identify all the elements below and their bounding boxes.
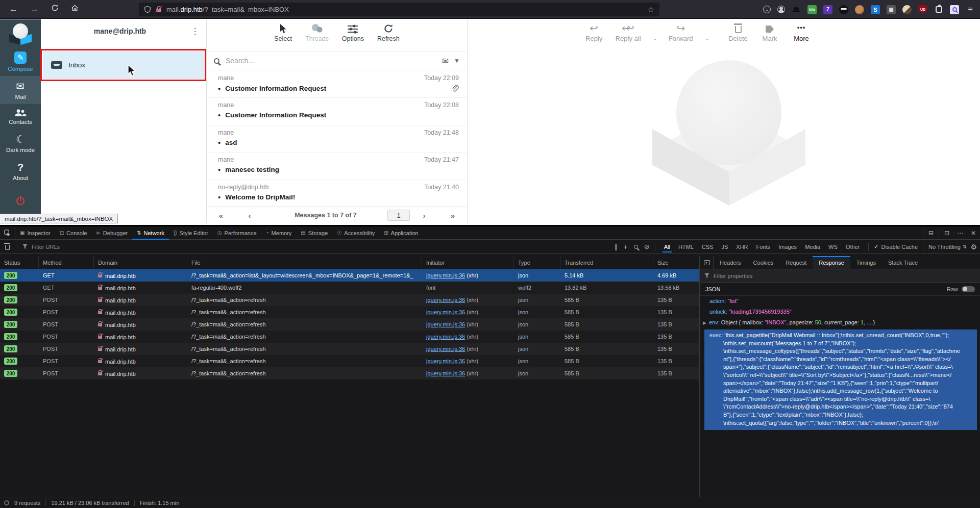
type-filter-pill[interactable]: Other xyxy=(842,242,864,251)
devtools-tab[interactable]: ▤ Storage xyxy=(296,226,332,239)
col-file[interactable]: File xyxy=(187,256,422,269)
resend-icon[interactable]: ▸ xyxy=(700,256,714,269)
request-row[interactable]: 200 GET mail.drip.htb /?_task=mail&_acti… xyxy=(0,269,699,282)
initiator-link[interactable]: jquery.min.js:36 xyxy=(426,346,465,352)
next-page-button[interactable]: › xyxy=(410,211,438,220)
split-console-icon[interactable]: ⊟ xyxy=(924,226,938,239)
detail-tab[interactable]: Cookies xyxy=(747,256,780,269)
type-filter-pill[interactable]: Media xyxy=(801,242,824,251)
pocket-icon[interactable]: ⌄ xyxy=(763,6,771,13)
expand-triangle-icon[interactable]: ▶ xyxy=(703,320,706,325)
options-button[interactable]: Options xyxy=(342,23,364,42)
raw-toggle[interactable] xyxy=(962,286,975,292)
pick-element-icon[interactable] xyxy=(0,226,15,239)
request-row[interactable]: 200 POST mail.drip.htb /?_task=mail&_act… xyxy=(0,343,699,355)
initiator-link[interactable]: jquery.min.js:36 xyxy=(426,309,465,315)
request-row[interactable]: 200 POST mail.drip.htb /?_task=mail&_act… xyxy=(0,318,699,331)
filter-properties-input[interactable] xyxy=(713,272,976,280)
devtools-tab[interactable]: ◷ Performance xyxy=(213,226,261,239)
type-filter-pill[interactable]: XHR xyxy=(732,242,751,251)
network-settings-gear-icon[interactable]: ⚙ xyxy=(970,243,977,251)
json-section-header[interactable]: JSON Raw xyxy=(700,283,980,296)
type-filter-pill[interactable]: CSS xyxy=(698,242,717,251)
detail-tab[interactable]: Request xyxy=(779,256,813,269)
mark-button[interactable]: Mark xyxy=(760,22,780,42)
initiator-link[interactable]: jquery.min.js:36 xyxy=(426,334,465,340)
bookmark-star-icon[interactable]: ☆ xyxy=(648,5,654,14)
request-row[interactable]: 200 POST mail.drip.htb /?_task=mail&_act… xyxy=(0,331,699,343)
devtools-close-icon[interactable]: ✕ xyxy=(967,226,980,239)
forward-button[interactable]: ↪ Forward xyxy=(669,22,693,42)
col-status[interactable]: Status xyxy=(0,256,39,269)
reply-all-chevron-icon[interactable]: ⌄ xyxy=(653,36,657,41)
detail-tab[interactable]: Timings xyxy=(850,256,882,269)
initiator-link[interactable]: jquery.min.js:36 xyxy=(426,370,465,376)
devtools-tab[interactable]: ☉ Accessibility xyxy=(332,226,379,239)
request-row[interactable]: 200 POST mail.drip.htb /?_task=mail&_act… xyxy=(0,294,699,306)
sidebar-item-compose[interactable]: ✎ Compose xyxy=(0,47,41,76)
throttling-select[interactable]: No Throttling ⇅ xyxy=(928,244,966,250)
initiator-link[interactable]: jquery.min.js:36 xyxy=(426,272,465,278)
insecure-lock-icon[interactable] xyxy=(156,9,161,12)
message-row[interactable]: mane Today 21:48 • asd xyxy=(207,125,467,153)
forward-chevron-icon[interactable]: ⌄ xyxy=(705,36,709,41)
initiator-link[interactable]: jquery.min.js:36 xyxy=(426,321,465,327)
first-page-button[interactable]: « xyxy=(207,211,235,220)
message-row[interactable]: mane Today 22:08 • Customer Information … xyxy=(207,98,467,125)
delete-button[interactable]: Delete xyxy=(728,22,748,42)
search-requests-icon[interactable] xyxy=(634,245,638,249)
trash-extension-icon[interactable]: ▦ xyxy=(887,5,896,14)
wappalyzer-extension-icon[interactable]: 7 xyxy=(823,5,832,14)
type-filter-pill[interactable]: HTML xyxy=(675,242,697,251)
folder-item-inbox[interactable]: Inbox xyxy=(43,51,204,79)
threads-button[interactable]: Threads xyxy=(305,23,329,42)
col-initiator[interactable]: Initiator xyxy=(422,256,514,269)
devtools-tab[interactable]: ◔ Memory xyxy=(261,226,297,239)
last-page-button[interactable]: » xyxy=(438,211,467,220)
clear-requests-icon[interactable] xyxy=(5,245,10,250)
message-row[interactable]: mane Today 21:47 • manesec testing xyxy=(207,153,467,180)
devtools-tab[interactable]: {} Style Editor xyxy=(169,226,213,239)
devtools-tab[interactable]: ⊡ Console xyxy=(55,226,92,239)
refresh-button[interactable]: Refresh xyxy=(377,23,400,42)
hat-extension-icon[interactable] xyxy=(792,5,801,14)
detail-tab[interactable]: Response xyxy=(813,256,850,269)
search-scope-envelope-icon[interactable]: ✉ xyxy=(442,56,449,66)
select-button[interactable]: Select xyxy=(274,23,292,42)
col-method[interactable]: Method xyxy=(39,256,94,269)
devtools-meatball-icon[interactable]: ⋯ xyxy=(953,226,967,239)
s-extension-icon[interactable]: S xyxy=(871,5,880,14)
privacy-badger-icon[interactable] xyxy=(902,5,912,14)
disable-cache-checkbox[interactable]: ✓ Disable Cache xyxy=(874,243,918,250)
detail-tab[interactable]: Stack Trace xyxy=(882,256,924,269)
search-extension-icon[interactable] xyxy=(950,5,959,14)
json-prop-exec-selected[interactable]: exec: 'this.set_pagetitle("DripMail Webm… xyxy=(704,329,977,430)
sidebar-item-darkmode[interactable]: ☾ Dark mode xyxy=(0,129,41,157)
sidebar-item-about[interactable]: ? About xyxy=(0,157,41,185)
devtools-tab[interactable]: ⊳ Debugger xyxy=(91,226,132,239)
back-button[interactable]: ← xyxy=(9,4,18,14)
sidebar-item-mail[interactable]: ✉ Mail xyxy=(0,76,41,104)
initiator-link[interactable]: jquery.min.js:36 xyxy=(426,297,465,303)
sidebar-item-contacts[interactable]: Contacts xyxy=(0,104,41,129)
devtools-tab[interactable]: ▣ Inspector xyxy=(15,226,55,239)
reload-button[interactable] xyxy=(51,4,59,14)
ublock-extension-icon[interactable]: UD xyxy=(918,5,927,14)
col-type[interactable]: Type xyxy=(514,256,560,269)
new-request-icon[interactable]: + xyxy=(624,243,628,251)
reply-all-button[interactable]: ↩↩ Reply all xyxy=(616,22,641,42)
page-number-input[interactable] xyxy=(387,210,410,221)
cookie-editor-icon[interactable] xyxy=(855,5,864,14)
prev-page-button[interactable]: ‹ xyxy=(235,211,264,220)
type-filter-pill[interactable]: All xyxy=(660,242,674,251)
detail-tab[interactable]: Headers xyxy=(714,256,747,269)
search-input[interactable] xyxy=(225,56,437,65)
json-prop-unlock[interactable]: unlock: "loading1739456919335" xyxy=(700,307,980,317)
responsive-mode-icon[interactable]: ⊡ xyxy=(940,226,953,239)
filter-urls-input[interactable] xyxy=(31,243,184,250)
intercept-extension-icon[interactable]: Inte xyxy=(807,5,817,14)
request-row[interactable]: 200 POST mail.drip.htb /?_task=mail&_act… xyxy=(0,367,699,379)
message-row[interactable]: mane Today 22:09 • Customer Information … xyxy=(207,71,467,98)
reply-button[interactable]: ↩ Reply xyxy=(584,22,604,42)
pause-traffic-icon[interactable]: ∥ xyxy=(615,243,618,250)
